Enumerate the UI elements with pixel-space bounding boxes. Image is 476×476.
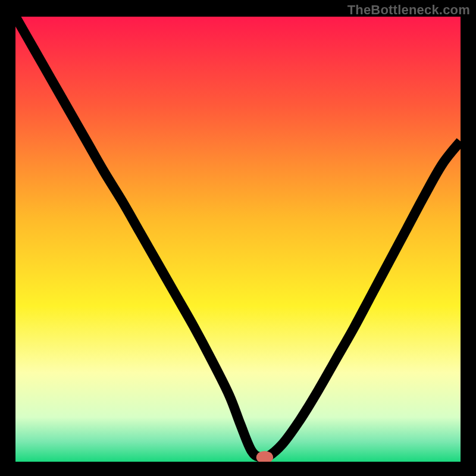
chart-frame: TheBottleneck.com: [0, 0, 476, 476]
bottleneck-chart: [15, 17, 461, 462]
gradient-background: [15, 17, 461, 462]
attribution-text: TheBottleneck.com: [347, 2, 470, 18]
optimal-marker: [258, 453, 271, 461]
plot-area: [15, 17, 461, 462]
